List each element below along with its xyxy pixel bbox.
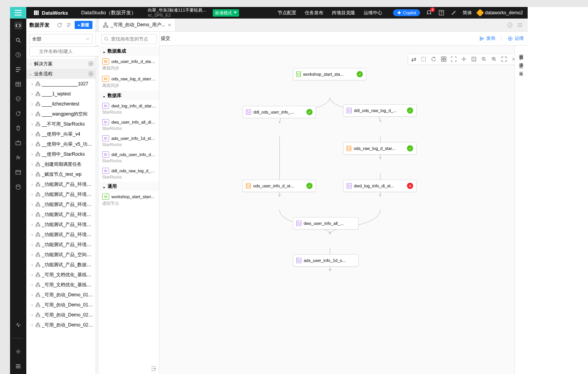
tree-item[interactable]: ›____wangpeng的空间 (26, 109, 96, 119)
node-group-header[interactable]: ⌄数据集成 (99, 46, 159, 56)
node-list-item[interactable]: Viworkshop_start_starr...虚拟节点 (99, 191, 159, 209)
tab-menu-icon[interactable] (517, 22, 523, 28)
tree-item[interactable]: ›_可用_文档优化_基线实例 (26, 280, 96, 290)
zoom-in-icon[interactable] (491, 56, 497, 62)
node-list-item[interactable]: Srddl_ods_raw_log_d_st...StarRocks (99, 165, 159, 182)
tab-history-icon[interactable] (507, 22, 513, 28)
flow-node-dws-user-info[interactable]: Sr dws_user_info_all_... (293, 217, 359, 230)
rail-code-icon[interactable] (14, 22, 22, 29)
flow-node-ods-user-info[interactable]: Di ods_user_info_d_st... ✓ (243, 180, 316, 192)
language-selector[interactable]: 简体 (463, 10, 472, 16)
actual-size-icon[interactable]: 1 (471, 56, 477, 62)
tree-item[interactable]: ›__使用中_StarRocks (26, 149, 96, 159)
tree-group-solutions[interactable]: ›解决方案 (26, 59, 96, 69)
tree-group-flows[interactable]: ⌄业务流程 (26, 69, 96, 79)
nav-cross-project[interactable]: 跨项目克隆 (332, 10, 355, 16)
tree-item[interactable]: ›_可用_勿动_Demo_01使用 (26, 290, 96, 300)
tree-item[interactable]: ›_功能测试_产品_环境准备 (26, 179, 96, 189)
rail-tab-version[interactable]: 版本 (518, 68, 524, 69)
rail-table-icon[interactable] (14, 80, 22, 88)
tree-item[interactable]: ›_可用_勿动_Demo_02趣加 (26, 310, 96, 320)
workspace-tag[interactable]: dataworks_demo2 (477, 10, 523, 15)
flow-node-ddl-user-info[interactable]: Sr ddl_ods_user_info_... ✓ (243, 106, 316, 118)
node-list-item[interactable]: Srdwd_log_info_di_starr...StarRocks (99, 100, 159, 117)
fullscreen-icon[interactable] (501, 56, 507, 62)
help-icon[interactable]: ? (438, 9, 445, 16)
tree-item[interactable]: ›__使用中_向翠_v5_功能验 (26, 139, 96, 149)
nav-node-config[interactable]: 节点配置 (278, 10, 296, 16)
rail-refresh-icon[interactable] (14, 110, 22, 117)
hamburger-menu[interactable] (10, 7, 26, 19)
tree-item[interactable]: ›_功能测试_产品_空间参数 (26, 250, 96, 260)
tools-icon[interactable] (450, 9, 457, 16)
filter-select[interactable]: 全部 (29, 34, 92, 44)
nav-ops-center[interactable]: 运维中心 (364, 10, 382, 16)
tree-item[interactable]: ›__使用中_向翠_v4 (26, 129, 96, 139)
tree-item[interactable]: ›_可用_文档优化_基线实例 (26, 270, 96, 280)
node-list-item[interactable]: Srdws_user_info_all_di_...StarRocks (99, 117, 159, 133)
tree-item[interactable]: ›_功能测试_产品_环境准备 (26, 219, 96, 230)
active-tab[interactable]: _可用_勿动_Demo_用户... ✕ (99, 19, 176, 31)
flow-node-ddl-raw-log[interactable]: Sr ddl_ods_raw_log_d_... ✓ (343, 104, 417, 117)
brand-logo[interactable]: DataWorks (26, 10, 75, 16)
flow-node-workshop-start[interactable]: Vi workshop_start_sta... ✓ (293, 68, 366, 80)
center-icon[interactable] (461, 56, 467, 62)
publish-button[interactable]: 发布 (479, 35, 496, 42)
flow-canvas[interactable]: Vi workshop_start_sta... ✓ Sr ddl_ods_us… (159, 46, 528, 374)
rail-clock-icon[interactable] (14, 51, 22, 59)
copilot-button[interactable]: Copilot (393, 9, 420, 16)
tree-search-input[interactable] (29, 46, 100, 56)
refresh-icon[interactable] (56, 22, 63, 29)
node-group-header[interactable]: ⌄数据库 (99, 91, 159, 100)
node-list-item[interactable]: Diods_user_info_d_starr...离线同步 (99, 56, 159, 73)
flow-node-dwd-log-info[interactable]: Sr dwd_log_info_di_st... ✕ (343, 180, 417, 192)
zoom-out-icon[interactable] (481, 56, 487, 62)
rail-menu-icon[interactable] (14, 362, 22, 370)
flow-node-ods-raw-log[interactable]: Di ods_raw_log_d_star... ✓ (343, 142, 417, 155)
rail-briefcase-icon[interactable] (14, 139, 22, 147)
flow-node-ads-user-info[interactable]: Sr ads_user_info_1d_s... (293, 254, 359, 267)
tree-item[interactable]: ›_功能测试_产品_环境准备 (26, 199, 96, 209)
mode-badge[interactable]: 标准模式 (213, 9, 239, 17)
rail-list-icon[interactable] (14, 66, 22, 73)
tree-item[interactable]: ›______________1027 (26, 79, 96, 89)
rail-trash-icon[interactable] (14, 124, 22, 132)
rail-shield-icon[interactable] (14, 95, 22, 103)
rail-tab-history[interactable]: 操作历史 (518, 60, 524, 61)
location-icon[interactable] (65, 22, 72, 29)
rail-window-icon[interactable] (14, 168, 22, 176)
tree-item[interactable]: ›_功能测试_产品_环境准备 (26, 209, 96, 219)
nav-task-publish[interactable]: 任务发布 (305, 10, 323, 16)
tree-item[interactable]: ›_功能测试_产品_环境准备 (26, 230, 96, 240)
tree-item[interactable]: ›_功能测试_产品_环境准备 (26, 189, 96, 199)
tree-item[interactable]: ›__不可用_StarRocks (26, 119, 96, 129)
grid-icon[interactable] (441, 56, 447, 62)
node-list-item[interactable]: Diods_raw_log_d_starro...离线同步 (99, 73, 159, 91)
tree-item[interactable]: ›____lizhezhentest (26, 99, 96, 109)
rail-tab-params[interactable]: 流程参数 (518, 51, 524, 53)
refresh-icon[interactable] (431, 56, 437, 62)
project-selector[interactable]: 向翠_华东2标准111不要轻易改引 xc_DPE_E2 (142, 8, 212, 18)
node-group-header[interactable]: ⌄通用 (99, 182, 159, 191)
node-search-input[interactable] (101, 34, 157, 44)
rail-settings-icon[interactable] (14, 348, 22, 355)
tree-item[interactable]: ›____1_wptest (26, 89, 96, 99)
tree-item[interactable]: ›_功能测试_产品_环境准备 (26, 240, 96, 250)
select-icon[interactable] (420, 56, 427, 62)
studio-label[interactable]: DataStudio（数据开发） (75, 9, 142, 16)
rail-search-icon[interactable] (14, 36, 22, 44)
node-list-item[interactable]: Srads_user_info_1d_sta...StarRocks (99, 133, 159, 149)
new-button[interactable]: + 新建 (75, 21, 92, 29)
tree-item[interactable]: ›_可用_勿动_Demo_02趣加 (26, 320, 96, 330)
fit-icon[interactable] (451, 56, 457, 62)
notification-icon[interactable]: 4 (426, 9, 432, 16)
tree-item[interactable]: ›_赋值节点_test_wp (26, 169, 96, 179)
swap-icon[interactable]: ⇄ (410, 56, 417, 62)
rail-fx-icon[interactable]: fx (14, 154, 22, 162)
node-list-item[interactable]: Srddl_ods_user_info_d_...StarRocks (99, 149, 159, 165)
tree-item[interactable]: ›_创建周期调度任务 (26, 159, 96, 169)
collapse-panel-icon[interactable] (150, 366, 157, 372)
rail-database-icon[interactable] (14, 183, 22, 191)
tree-item[interactable]: ›_功能测试_产品_数据迁移 (26, 260, 96, 270)
ops-button[interactable]: 运维 (508, 35, 524, 42)
